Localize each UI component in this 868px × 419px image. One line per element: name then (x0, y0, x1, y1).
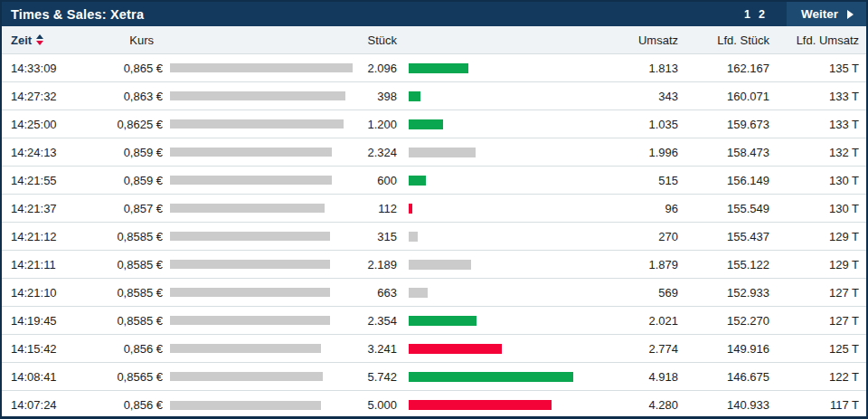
column-header-stueck: Stück (360, 33, 397, 47)
table-row: 14:07:24 0,856 € 5.000 4.280 140.933 117… (2, 391, 866, 419)
cell-stueck: 5.000 (360, 398, 397, 412)
cell-umsatz: 4.918 (586, 370, 678, 384)
cell-lfd-stueck: 152.933 (678, 286, 769, 300)
sort-icon (36, 34, 43, 45)
cell-kurs: 0,856 € (92, 398, 163, 412)
kurs-bar (170, 401, 321, 410)
cell-stueck-bar (397, 91, 586, 101)
sort-down-arrow-icon (36, 41, 43, 45)
pager-page-2[interactable]: 2 (759, 8, 765, 21)
cell-zeit: 14:27:32 (11, 90, 92, 103)
cell-stueck-bar (397, 288, 586, 298)
cell-lfd-umsatz: 130 T (769, 202, 859, 215)
cell-umsatz: 270 (586, 230, 678, 243)
column-header-zeit-label: Zeit (11, 33, 32, 47)
next-page-label: Weiter (801, 7, 838, 21)
cell-stueck: 315 (360, 230, 397, 243)
cell-stueck-bar (397, 372, 586, 382)
cell-lfd-umsatz: 117 T (769, 398, 859, 412)
pager-pages: 1 2 (744, 8, 765, 21)
cell-kurs: 0,8585 € (92, 314, 163, 328)
cell-stueck: 2.354 (360, 314, 397, 328)
cell-zeit: 14:21:55 (11, 174, 92, 187)
cell-umsatz: 2.021 (586, 314, 678, 328)
cell-umsatz: 1.996 (586, 146, 678, 159)
cell-kurs-bar (163, 344, 360, 353)
cell-lfd-stueck: 155.549 (678, 202, 769, 215)
cell-kurs-bar (163, 316, 360, 325)
column-header-lfd-umsatz: Lfd. Umsatz (769, 33, 859, 47)
cell-kurs-bar (163, 288, 360, 297)
column-header-zeit[interactable]: Zeit (11, 33, 92, 47)
cell-stueck-bar (397, 176, 586, 186)
cell-lfd-stueck: 155.437 (678, 230, 769, 243)
column-header-umsatz: Umsatz (586, 33, 678, 47)
cell-kurs-bar (163, 372, 360, 381)
cell-kurs-bar (163, 232, 360, 241)
kurs-bar (170, 148, 332, 157)
stueck-bar (409, 288, 428, 298)
stueck-bar (409, 176, 426, 186)
cell-kurs-bar (163, 204, 360, 213)
kurs-bar (170, 204, 325, 213)
table-row: 14:27:32 0,863 € 398 343 160.071 133 T (2, 82, 866, 110)
cell-stueck: 2.096 (360, 62, 397, 75)
cell-zeit: 14:21:37 (11, 202, 92, 215)
cell-kurs: 0,8625 € (92, 118, 163, 131)
times-sales-widget: Times & Sales: Xetra 1 2 Weiter Zeit Kur… (0, 0, 868, 419)
stueck-bar (409, 372, 573, 382)
cell-zeit: 14:21:12 (11, 230, 92, 243)
arrow-right-icon (847, 10, 854, 19)
cell-lfd-stueck: 149.916 (678, 342, 769, 356)
title-bar: Times & Sales: Xetra 1 2 Weiter (2, 2, 866, 26)
cell-stueck-bar (397, 148, 586, 157)
stueck-bar (409, 400, 552, 410)
stueck-bar (409, 316, 476, 326)
table-row: 14:21:11 0,8585 € 2.189 1.879 155.122 12… (2, 251, 866, 279)
table-body: 14:33:09 0,865 € 2.096 1.813 162.167 135… (2, 54, 866, 419)
table-row: 14:24:13 0,859 € 2.324 1.996 158.473 132… (2, 138, 866, 167)
cell-kurs: 0,863 € (92, 90, 163, 103)
stueck-bar (409, 260, 471, 270)
cell-lfd-umsatz: 127 T (769, 286, 859, 300)
cell-umsatz: 569 (586, 286, 678, 300)
cell-zeit: 14:24:13 (11, 146, 92, 159)
kurs-bar (170, 63, 353, 72)
cell-umsatz: 2.774 (586, 342, 678, 356)
cell-kurs: 0,8585 € (92, 258, 163, 271)
cell-kurs: 0,856 € (92, 342, 163, 356)
cell-umsatz: 1.879 (586, 258, 678, 271)
cell-lfd-stueck: 152.270 (678, 314, 769, 328)
cell-kurs: 0,8585 € (92, 286, 163, 300)
stueck-bar (409, 148, 476, 157)
pager-page-1[interactable]: 1 (744, 8, 750, 21)
table-row: 14:21:55 0,859 € 600 515 156.149 130 T (2, 167, 866, 195)
kurs-bar (170, 232, 330, 241)
stueck-bar (409, 63, 468, 73)
cell-lfd-stueck: 146.675 (678, 370, 769, 384)
cell-kurs-bar (163, 119, 360, 129)
cell-lfd-stueck: 160.071 (678, 90, 769, 103)
cell-umsatz: 1.035 (586, 118, 678, 131)
cell-lfd-stueck: 162.167 (678, 62, 769, 75)
cell-lfd-umsatz: 130 T (769, 174, 859, 187)
cell-umsatz: 96 (586, 202, 678, 215)
cell-zeit: 14:33:09 (11, 62, 92, 75)
cell-stueck-bar (397, 232, 586, 242)
cell-kurs: 0,857 € (92, 202, 163, 215)
cell-lfd-umsatz: 122 T (769, 370, 859, 384)
cell-stueck-bar (397, 316, 586, 326)
stueck-bar (409, 91, 420, 101)
cell-lfd-umsatz: 125 T (769, 342, 859, 356)
column-header-kurs: Kurs (92, 33, 163, 47)
cell-stueck: 600 (360, 174, 397, 187)
cell-lfd-umsatz: 133 T (769, 90, 859, 103)
next-page-button[interactable]: Weiter (787, 2, 866, 26)
table-row: 14:08:41 0,8565 € 5.742 4.918 146.675 12… (2, 363, 866, 391)
cell-umsatz: 4.280 (586, 398, 678, 412)
pager: 1 2 Weiter (744, 2, 866, 26)
cell-stueck-bar (397, 63, 586, 73)
column-header-lfd-stueck: Lfd. Stück (678, 33, 769, 47)
kurs-bar (170, 260, 330, 269)
cell-umsatz: 343 (586, 90, 678, 103)
